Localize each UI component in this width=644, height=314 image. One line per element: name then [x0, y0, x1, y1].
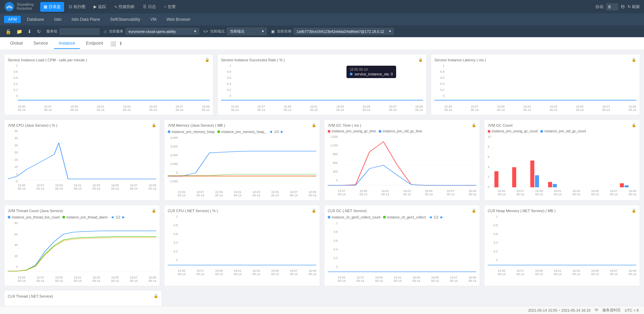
refresh-interval-input[interactable]	[606, 3, 618, 10]
current-endpoint-selector: <> 当前端点 当前端点 ▾	[203, 27, 267, 35]
chart-header-jvmcpu: JVM CPU (Java Service) ( % ) 🔒	[8, 123, 156, 127]
bar-old-3	[535, 175, 539, 187]
current-instance-dropdown[interactable]: 1a9b7730ce164123b42ebfad24a86eb7@172.18.…	[293, 28, 394, 35]
lock-icon-clrthread[interactable]: 🔒	[154, 294, 158, 298]
chart-svg-thread	[8, 222, 156, 275]
legend-live-thread: instance_jvm_thread_live_count	[8, 215, 60, 219]
lock-icon-jvmcpu[interactable]: 🔒	[152, 123, 156, 127]
current-endpoint-dropdown[interactable]: 当前端点 ▾	[227, 27, 267, 35]
tab-global[interactable]: Global	[5, 38, 28, 49]
chart-clr-gc: CLR GC (.NET Service) 🔒 instance_clr_gen…	[324, 205, 480, 286]
chart-area-jvmcpu: 35302520151050	[8, 129, 156, 183]
bar-old-4	[553, 184, 557, 187]
lock-icon-success[interactable]: 🔒	[418, 58, 423, 62]
main-content: Service Instance Load ( CPM - calls per …	[0, 50, 644, 314]
lock-icon-gccount[interactable]: 🔒	[632, 123, 636, 127]
page-indicator-thread: 1/2	[116, 215, 120, 219]
prev-arrow-clrgc[interactable]: ◄	[428, 215, 432, 219]
chart-area-clrheap: 10.80.60.40.20	[488, 215, 636, 268]
chart-jvm-memory: JVM Memory (Java Service) ( MB ) 🔒 insta…	[164, 119, 320, 201]
chart-header-clrthread: CLR Thread (.NET Service) 🔒	[8, 294, 158, 298]
chart-area-latency: 10.80.60.40.20	[434, 64, 636, 104]
nav-item-profiling[interactable]: ∿ 性能剖析	[111, 2, 138, 12]
folder-icon[interactable]: 📁	[15, 28, 23, 35]
subnav-item-database[interactable]: Database	[23, 16, 48, 23]
chart-header-clrgc: CLR GC (.NET Service) 🔒	[328, 208, 476, 213]
service-group-dropdown[interactable]	[59, 28, 100, 35]
tab-instance[interactable]: Instance	[54, 38, 80, 49]
utc-label: UTC + 8	[625, 308, 639, 312]
tab-service[interactable]: Service	[29, 38, 53, 49]
prev-arrow-memory[interactable]: ◄	[269, 129, 273, 134]
bar-groups	[494, 135, 636, 189]
prev-arrow-thread[interactable]: ◄	[110, 215, 114, 219]
legend-old-gc: instance_jvm_old_gc_time	[379, 129, 422, 133]
chart-svg-jvmcpu	[8, 129, 156, 183]
legend-gccount: instance_jvm_young_gc_count instance_jvm…	[488, 129, 636, 133]
export-tab-icon[interactable]: ⬆	[119, 41, 123, 46]
y-axis-latency: 10.80.60.40.20	[434, 64, 444, 98]
topology-icon: ⊡	[69, 4, 72, 9]
nav-item-trace[interactable]: ▶ 追踪	[90, 2, 109, 12]
lock-icon-latency[interactable]: 🔒	[632, 58, 636, 62]
chart-area-gctime: 1,5001,2009006003000	[328, 135, 476, 189]
refresh-button[interactable]: ↻ 刷新	[628, 4, 640, 10]
lock-icon[interactable]: 🔒	[4, 28, 12, 35]
subnav-item-apm[interactable]: APM	[4, 16, 21, 23]
subnav-item-istio[interactable]: Istio	[50, 16, 65, 23]
chart-area-jvmmem: 4,0003,0002,0001,0000-1,000	[168, 136, 316, 190]
instance-dropdown-arrow: ▾	[389, 29, 391, 34]
tab-endpoint[interactable]: Endpoint	[81, 38, 108, 49]
subnav-item-istio-dp[interactable]: Istio Data Plane	[67, 16, 104, 23]
chart-title-clrthread: CLR Thread (.NET Service)	[8, 294, 53, 298]
chart-jvm-gctime: JVM GC Time ( ms ) 🔒 instance_jvm_young_…	[324, 119, 480, 201]
service-icon: ◇	[104, 29, 107, 34]
lock-icon-clrcpu[interactable]: 🔒	[312, 208, 316, 213]
page-indicator-clrgc: 1/2	[434, 215, 438, 219]
subnav-item-webbrowser[interactable]: Web Browser	[162, 16, 195, 23]
next-arrow-memory[interactable]: ►	[280, 129, 284, 134]
next-arrow-thread[interactable]: ►	[122, 215, 126, 219]
save-tab-icon[interactable]: ⬜	[110, 41, 116, 46]
lock-icon-clrgc[interactable]: 🔒	[472, 208, 476, 213]
current-service-dropdown[interactable]: eurynome-cloud-upms-ability ▾	[125, 28, 199, 35]
legend-dot-daemon	[62, 216, 65, 218]
nav-item-dashboard[interactable]: ▦ 仪表盘	[40, 2, 64, 12]
instance-icon: ▣	[271, 29, 275, 34]
refresh-unit: 秒	[621, 4, 625, 10]
chart-title-load: Service Instance Load ( CPM - calls per …	[8, 58, 87, 62]
profiling-icon: ∿	[114, 4, 117, 9]
legend-label-younggc: instance_jvm_young_gc_time	[332, 129, 376, 133]
lock-icon-load[interactable]: 🔒	[205, 58, 210, 62]
lock-icon-gctime[interactable]: 🔒	[472, 123, 476, 127]
legend-dot-heap	[168, 130, 170, 133]
nav-item-topology[interactable]: ⊡ 拓扑图	[65, 2, 89, 12]
bar-young-8	[620, 183, 624, 187]
tab-action-icons: ⬜ ⬆	[110, 41, 123, 46]
sub-navigation: APM Database Istio Istio Data Plane Self…	[0, 13, 644, 25]
nav-item-alarm[interactable]: ○ 告警	[161, 2, 179, 12]
next-arrow-clrgc[interactable]: ►	[440, 215, 444, 219]
current-service-selector: ◇ 当前服务 eurynome-cloud-upms-ability ▾	[104, 28, 199, 35]
legend-label-gen1: instance_clr_gen1_collect	[387, 215, 426, 219]
chart-svg-success	[221, 64, 423, 104]
chart-header-load: Service Instance Load ( CPM - calls per …	[8, 58, 210, 62]
chart-svc-instance-load: Service Instance Load ( CPM - calls per …	[4, 54, 213, 115]
legend-clrgc: instance_clr_gen0_collect_count instance…	[328, 215, 476, 219]
endpoint-dropdown-arrow: ▾	[262, 29, 264, 34]
y-axis-jvmcpu: 35302520151050	[8, 129, 18, 183]
logo-icon	[4, 1, 15, 12]
nav-item-log[interactable]: ☰ 日志	[140, 2, 159, 12]
y-axis-gccount: 1086420	[488, 135, 494, 189]
refresh-icon[interactable]: ↻	[36, 28, 42, 35]
app-logo: Skywalking Rocketbot	[4, 1, 34, 12]
bottom-status-bar: 2021-05-14 15:55 ~ 2021-05-14 16:10 中 服务…	[0, 306, 644, 314]
subnav-item-vm[interactable]: VM	[146, 16, 160, 23]
lock-icon-jvmmem[interactable]: 🔒	[312, 123, 316, 127]
subnav-item-self[interactable]: SelfObservability	[106, 16, 144, 23]
legend-nav-clrgc: ◄ 1/2 ►	[428, 215, 444, 219]
y-axis-load: 10.80.60.40.20	[8, 64, 18, 98]
lock-icon-thread[interactable]: 🔒	[152, 208, 156, 213]
lock-icon-clrheap[interactable]: 🔒	[632, 208, 636, 213]
download-icon[interactable]: ⬇	[26, 28, 33, 35]
